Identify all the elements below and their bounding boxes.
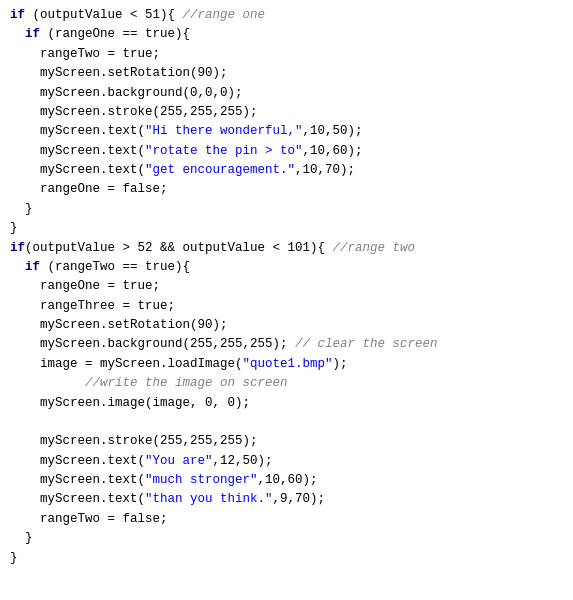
code-segment-normal: rangeThree = true; — [10, 299, 175, 313]
code-segment-normal: myScreen.text( — [10, 454, 145, 468]
code-segment-normal: myScreen.stroke(255,255,255); — [10, 434, 258, 448]
code-segment-keyword: if — [10, 241, 25, 255]
code-segment-comment: //range two — [333, 241, 416, 255]
code-line: myScreen.text("Hi there wonderful,",10,5… — [8, 122, 565, 141]
code-segment-normal: ,9,70); — [273, 492, 326, 506]
code-segment-normal: } — [10, 202, 33, 216]
code-line: myScreen.background(0,0,0); — [8, 84, 565, 103]
code-segment-normal: myScreen.setRotation(90); — [10, 66, 228, 80]
code-segment-normal: myScreen.image(image, 0, 0); — [10, 396, 250, 410]
code-segment-normal: myScreen.text( — [10, 124, 145, 138]
code-segment-normal: rangeOne = false; — [10, 182, 168, 196]
code-segment-normal: myScreen.setRotation(90); — [10, 318, 228, 332]
code-line: myScreen.text("get encouragement.",10,70… — [8, 161, 565, 180]
code-segment-normal: (rangeOne == true){ — [40, 27, 190, 41]
code-line: if (rangeOne == true){ — [8, 25, 565, 44]
code-line: myScreen.stroke(255,255,255); — [8, 103, 565, 122]
code-segment-normal: ,10,70); — [295, 163, 355, 177]
code-line: //write the image on screen — [8, 374, 565, 393]
code-segment-normal: myScreen.stroke(255,255,255); — [10, 105, 258, 119]
code-line: image = myScreen.loadImage("quote1.bmp")… — [8, 355, 565, 374]
code-segment-normal: ,12,50); — [213, 454, 273, 468]
code-line: if (rangeTwo == true){ — [8, 258, 565, 277]
code-segment-normal — [10, 376, 85, 390]
code-segment-normal: } — [10, 551, 18, 565]
code-line: } — [8, 549, 565, 568]
code-line: myScreen.image(image, 0, 0); — [8, 394, 565, 413]
code-segment-normal: } — [10, 531, 33, 545]
code-line: rangeOne = false; — [8, 180, 565, 199]
code-segment-normal: ,10,60); — [258, 473, 318, 487]
code-line: myScreen.text("rotate the pin > to",10,6… — [8, 142, 565, 161]
code-segment-normal: myScreen.background(0,0,0); — [10, 86, 243, 100]
code-line: rangeThree = true; — [8, 297, 565, 316]
code-segment-normal — [10, 260, 25, 274]
code-segment-normal: myScreen.text( — [10, 473, 145, 487]
code-segment-keyword: if — [25, 27, 40, 41]
code-line: myScreen.background(255,255,255); // cle… — [8, 335, 565, 354]
code-line: if (outputValue < 51){ //range one — [8, 6, 565, 25]
code-line — [8, 587, 565, 600]
code-segment-normal: ); — [333, 357, 348, 371]
code-segment-normal: myScreen.text( — [10, 492, 145, 506]
code-segment-normal: (outputValue < 51){ — [25, 8, 183, 22]
code-line — [8, 413, 565, 432]
code-segment-comment: //write the image on screen — [85, 376, 288, 390]
code-segment-string: "quote1.bmp" — [243, 357, 333, 371]
code-segment-string: "much stronger" — [145, 473, 258, 487]
code-segment-normal: rangeTwo = false; — [10, 512, 168, 526]
code-segment-string: "rotate the pin > to" — [145, 144, 303, 158]
code-segment-string: "Hi there wonderful," — [145, 124, 303, 138]
code-segment-normal: } — [10, 221, 18, 235]
code-line: myScreen.text("You are",12,50); — [8, 452, 565, 471]
code-editor: if (outputValue < 51){ //range one if (r… — [0, 0, 573, 600]
code-segment-string: "You are" — [145, 454, 213, 468]
code-segment-normal: ,10,60); — [303, 144, 363, 158]
code-segment-comment: //range one — [183, 8, 266, 22]
code-line: } — [8, 219, 565, 238]
code-segment-normal: image = myScreen.loadImage( — [10, 357, 243, 371]
code-segment-normal: (outputValue > 52 && outputValue < 101){ — [25, 241, 333, 255]
code-line: myScreen.text("much stronger",10,60); — [8, 471, 565, 490]
code-line: myScreen.setRotation(90); — [8, 64, 565, 83]
code-line: } — [8, 529, 565, 548]
code-segment-string: "than you think." — [145, 492, 273, 506]
code-segment-keyword: if — [10, 8, 25, 22]
code-line: if(outputValue > 52 && outputValue < 101… — [8, 239, 565, 258]
code-segment-comment: // clear the screen — [295, 337, 438, 351]
code-line: rangeTwo = true; — [8, 45, 565, 64]
code-segment-string: "get encouragement." — [145, 163, 295, 177]
code-segment-normal: myScreen.text( — [10, 144, 145, 158]
code-line: rangeTwo = false; — [8, 510, 565, 529]
code-line — [8, 568, 565, 587]
code-segment-normal: myScreen.background(255,255,255); — [10, 337, 295, 351]
code-segment-normal: rangeOne = true; — [10, 279, 160, 293]
code-segment-keyword: if — [25, 260, 40, 274]
code-line: } — [8, 200, 565, 219]
code-segment-normal — [10, 27, 25, 41]
code-segment-normal: rangeTwo = true; — [10, 47, 160, 61]
code-line: myScreen.text("than you think.",9,70); — [8, 490, 565, 509]
code-line: myScreen.setRotation(90); — [8, 316, 565, 335]
code-segment-normal: (rangeTwo == true){ — [40, 260, 190, 274]
code-line: rangeOne = true; — [8, 277, 565, 296]
code-segment-normal: ,10,50); — [303, 124, 363, 138]
code-segment-normal: myScreen.text( — [10, 163, 145, 177]
code-line: myScreen.stroke(255,255,255); — [8, 432, 565, 451]
